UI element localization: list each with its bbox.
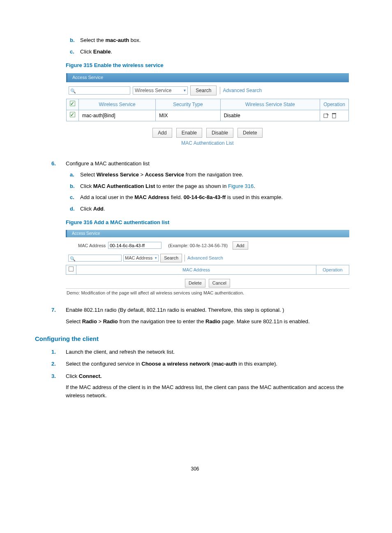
header-wireless-service: Wireless Service [79, 99, 156, 110]
checkbox-icon [70, 112, 75, 117]
figure-316-caption: Figure 316 Add a MAC authentication list [66, 218, 355, 227]
mac-example-text: (Example: 00-fe-12-34-56-78) [168, 242, 228, 249]
svg-rect-1 [332, 114, 336, 118]
figure-315: Access Service 🔍 Wireless Service ▾ Sear… [66, 73, 349, 150]
delete-icon[interactable] [332, 113, 337, 118]
mac-header-checkbox[interactable] [66, 265, 76, 275]
search-row: 🔍 Wireless Service ▾ Search Advanced Sea… [66, 82, 349, 99]
select-label: Wireless Service [135, 87, 171, 94]
step-6d: d. Click Add. [80, 205, 355, 213]
mac-header-operation: Operation [316, 265, 349, 275]
row-checkbox[interactable] [67, 110, 79, 121]
table-row: mac-auth[Bind] MIX Disable [67, 110, 349, 121]
mac-delete-button[interactable]: Delete [185, 279, 205, 287]
delete-button[interactable]: Delete [238, 128, 263, 138]
tab-bar-316: Access Service [66, 230, 349, 237]
client-step-1: 1. Launch the client, and refresh the ne… [66, 348, 355, 356]
disable-button[interactable]: Disable [206, 128, 233, 138]
substep-c: c. Click Enable. [80, 48, 355, 56]
client-step-2: 2. Select the configured service in Choo… [66, 360, 355, 368]
button-row: Add Enable Disable Delete [66, 128, 349, 138]
search-type-select[interactable]: Wireless Service ▾ [133, 86, 188, 95]
tab-access-service-316[interactable]: Access Service [66, 230, 105, 237]
step-num-6: 6. [51, 160, 56, 168]
chevron-down-icon: ▾ [155, 255, 157, 261]
mac-search-row: 🔍 MAC Address ▾ Search Advanced Search [66, 254, 349, 265]
step-6c: c. Add a local user in the MAC Address f… [80, 193, 355, 202]
demo-note: Demo: Modification of the page will affe… [66, 290, 349, 297]
cell-state: Disable [220, 110, 320, 121]
select-label: MAC Address [125, 255, 152, 262]
mac-search-button[interactable]: Search [160, 254, 182, 262]
cell-security: MIX [156, 110, 220, 121]
mac-address-input[interactable] [108, 242, 161, 249]
add-button[interactable]: Add [152, 128, 172, 138]
search-icon: 🔍 [70, 255, 76, 262]
service-table: Wireless Service Security Type Wireless … [66, 99, 349, 121]
alpha-d: d. [70, 205, 75, 213]
text: Select the [80, 37, 105, 43]
tab-bar: Access Service [66, 73, 349, 82]
svg-rect-2 [332, 113, 336, 114]
mac-address-label: MAC Address [78, 242, 106, 249]
alpha-b: b. [70, 182, 75, 190]
bold-mac-auth: mac-auth [105, 37, 129, 43]
mac-table: MAC Address Operation [66, 265, 349, 275]
client-step-3: 3. Click Connect. If the MAC address of … [66, 372, 355, 400]
text: box. [129, 37, 141, 43]
client-step-3-body: If the MAC address of the client is in t… [66, 383, 355, 399]
mac-input-row: MAC Address (Example: 00-fe-12-34-56-78)… [66, 237, 349, 254]
step-num-3: 3. [51, 372, 56, 380]
mac-header-address: MAC Address [76, 265, 316, 275]
mac-button-row: Delete Cancel [66, 279, 349, 289]
figure-315-caption: Figure 315 Enable the wireless service [66, 61, 355, 70]
cell-name: mac-auth[Bind] [79, 110, 156, 121]
alpha-c: c. [70, 193, 74, 202]
mac-search-select[interactable]: MAC Address ▾ [123, 255, 159, 262]
checkbox-icon [70, 101, 75, 106]
header-security-type: Security Type [156, 99, 220, 110]
mac-cancel-button[interactable]: Cancel [209, 279, 230, 287]
header-operation: Operation [320, 99, 349, 110]
mac-search-input[interactable]: 🔍 [68, 255, 122, 262]
step-7-line1: Enable 802.11n radio (By default, 802.11… [66, 307, 284, 313]
alpha-c: c. [70, 48, 74, 56]
figure-316-link[interactable]: Figure 316 [228, 183, 254, 189]
step-6b: b. Click MAC Authentication List to ente… [80, 182, 355, 190]
substep-b: b. Select the mac-auth box. [80, 36, 355, 44]
alpha-b: b. [70, 36, 75, 44]
search-input[interactable]: 🔍 [69, 86, 130, 95]
checkbox-icon [69, 266, 74, 271]
step-7: 7. Enable 802.11n radio (By default, 802… [66, 306, 355, 325]
edit-icon[interactable] [323, 113, 329, 118]
header-checkbox[interactable] [67, 99, 79, 110]
chevron-down-icon: ▾ [184, 87, 186, 93]
tab-access-service[interactable]: Access Service [66, 73, 108, 82]
bold-enable: Enable [93, 49, 111, 55]
step-6: 6. Configure a MAC authentication list a… [66, 160, 355, 213]
step-num-1: 1. [51, 348, 56, 356]
mac-auth-list-link[interactable]: MAC Authentication List [66, 139, 349, 147]
step-6-title: Configure a MAC authentication list [66, 160, 150, 167]
section-configuring-client: Configuring the client [35, 334, 355, 344]
step-7-line2: Select Radio > Radio from the navigation… [66, 317, 355, 326]
alpha-a: a. [70, 171, 74, 179]
search-button[interactable]: Search [190, 86, 217, 95]
mac-advanced-search-link[interactable]: Advanced Search [184, 255, 223, 262]
enable-button[interactable]: Enable [176, 128, 202, 138]
cell-operation [320, 110, 349, 121]
figure-316: Access Service MAC Address (Example: 00-… [66, 230, 349, 297]
text: . [111, 49, 112, 55]
advanced-search-link[interactable]: Advanced Search [220, 87, 262, 94]
step-6a: a. Select Wireless Service > Access Serv… [80, 171, 355, 179]
add-mac-button[interactable]: Add [233, 241, 248, 250]
page-number: 306 [35, 465, 355, 473]
step-num-2: 2. [51, 360, 56, 368]
header-state: Wireless Service State [220, 99, 320, 110]
step-num-7: 7. [51, 306, 56, 314]
text: Click [80, 49, 93, 55]
search-icon: 🔍 [70, 88, 76, 95]
